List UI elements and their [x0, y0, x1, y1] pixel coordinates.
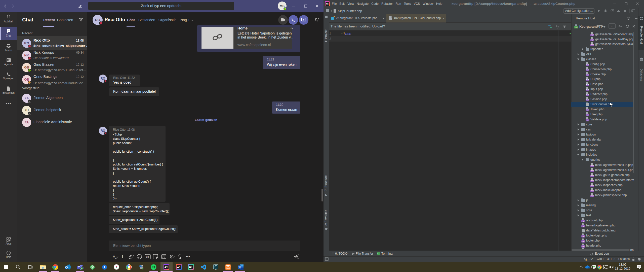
svg-text:W: W: [238, 266, 241, 268]
svg-text:GIF: GIF: [146, 256, 149, 258]
svg-text:A: A: [113, 254, 115, 259]
svg-text:?: ?: [8, 252, 9, 254]
